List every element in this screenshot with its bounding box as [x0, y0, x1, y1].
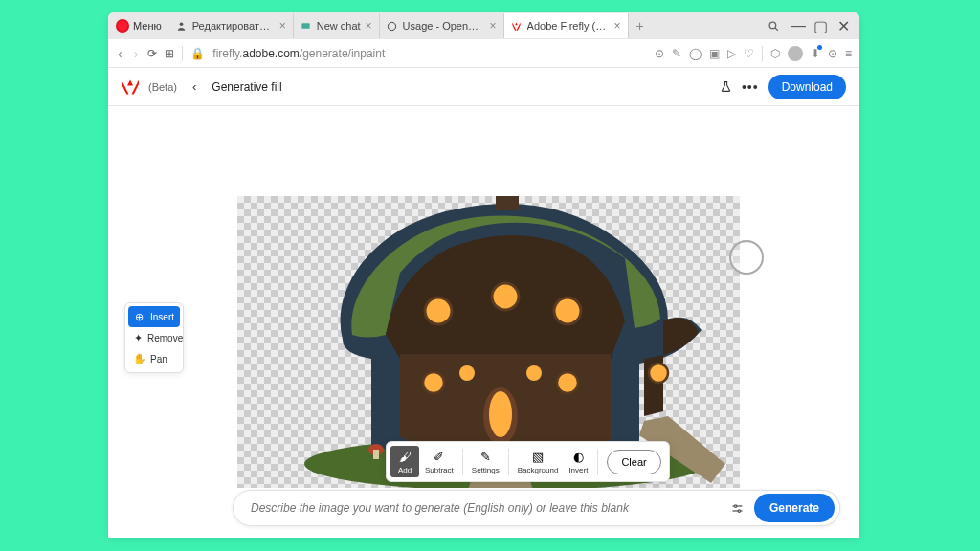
- search-icon[interactable]: [768, 20, 781, 33]
- canvas-area: ⊕ Insert ✦ Remove ✋ Pan 🖌Add ✐Subtract ✎…: [108, 106, 859, 538]
- tool-label: Pan: [150, 354, 167, 364]
- menu-label: Меню: [133, 20, 162, 32]
- close-window-button[interactable]: ✕: [836, 17, 850, 35]
- invert-icon: ◐: [570, 449, 586, 464]
- zoom-icon[interactable]: ⊙: [655, 47, 664, 60]
- chat-icon: [301, 20, 312, 32]
- prompt-bar: Generate: [233, 490, 840, 526]
- brush-invert[interactable]: ◐Invert: [564, 446, 592, 477]
- adobe-icon: [511, 20, 523, 32]
- svg-point-2: [388, 22, 395, 30]
- tab-label: Adobe Firefly (Beta): [527, 20, 610, 32]
- insert-icon: ⊕: [134, 311, 145, 322]
- svg-point-39: [738, 509, 741, 512]
- pan-icon: ✋: [134, 353, 145, 364]
- close-icon[interactable]: ×: [279, 20, 286, 32]
- brush-add-icon: 🖌: [397, 449, 412, 464]
- opera-menu-button[interactable]: Меню: [108, 12, 169, 39]
- svg-rect-26: [373, 450, 379, 459]
- prompt-input[interactable]: [251, 501, 721, 515]
- sliders-icon[interactable]: [730, 501, 745, 516]
- nav-back-button[interactable]: ‹: [116, 46, 124, 61]
- more-menu-icon[interactable]: •••: [742, 79, 759, 95]
- close-icon[interactable]: ×: [614, 20, 621, 32]
- brush-background[interactable]: ▧Background: [514, 446, 563, 477]
- generate-button[interactable]: Generate: [754, 494, 835, 522]
- tool-insert[interactable]: ⊕ Insert: [128, 306, 180, 327]
- sidebar-icon[interactable]: ≡: [845, 47, 852, 60]
- address-bar: ‹ › ⟳ ⊞ 🔒 firefly.adobe.com/generate/inp…: [108, 39, 859, 68]
- brush-add[interactable]: 🖌Add: [390, 446, 419, 477]
- tool-remove[interactable]: ✦ Remove: [128, 327, 180, 348]
- tool-panel: ⊕ Insert ✦ Remove ✋ Pan: [124, 302, 184, 373]
- apps-icon[interactable]: ⊞: [165, 47, 174, 60]
- tab-label: Редактировать запись "M: [192, 20, 275, 32]
- downloads-icon[interactable]: ⬇: [811, 47, 820, 60]
- remove-icon: ✦: [134, 332, 143, 343]
- svg-point-19: [526, 365, 542, 381]
- window-controls: — ▢ ✕: [758, 17, 859, 35]
- openai-icon: [387, 20, 398, 32]
- heart-icon[interactable]: ♡: [744, 47, 754, 60]
- svg-point-7: [489, 391, 512, 437]
- play-icon[interactable]: ▷: [727, 47, 736, 60]
- clear-button[interactable]: Clear: [607, 450, 660, 474]
- svg-rect-1: [302, 23, 310, 29]
- camera-icon[interactable]: ◯: [689, 47, 702, 60]
- nav-forward-button[interactable]: ›: [132, 46, 141, 61]
- brush-cursor-icon: [729, 240, 764, 275]
- brush-toolbar: 🖌Add ✐Subtract ✎Settings ▧Background ◐In…: [386, 441, 670, 482]
- maximize-button[interactable]: ▢: [813, 17, 827, 35]
- tab-label: Usage - OpenAI API: [403, 20, 485, 32]
- tab-adobe-firefly[interactable]: Adobe Firefly (Beta) ×: [504, 13, 629, 38]
- svg-point-3: [769, 22, 776, 29]
- person-icon: [176, 20, 188, 32]
- profile-avatar[interactable]: [788, 46, 803, 61]
- new-tab-button[interactable]: +: [629, 18, 652, 33]
- lock-icon[interactable]: 🔒: [190, 47, 205, 60]
- tab-new-chat[interactable]: New chat ×: [294, 13, 380, 38]
- tab-label: New chat: [317, 20, 361, 32]
- beta-label: (Beta): [148, 81, 177, 93]
- tool-pan[interactable]: ✋ Pan: [128, 348, 180, 369]
- brush-subtract[interactable]: ✐Subtract: [421, 446, 457, 477]
- svg-point-0: [180, 22, 184, 26]
- screenshot-icon[interactable]: ▣: [709, 47, 720, 60]
- tool-label: Insert: [150, 312, 174, 322]
- settings-brush-icon: ✎: [478, 449, 493, 464]
- browser-window: Меню Редактировать запись "M × New chat …: [108, 12, 859, 538]
- url-text[interactable]: firefly.adobe.com/generate/inpaint: [212, 47, 647, 60]
- opera-icon: [116, 19, 129, 33]
- edit-icon[interactable]: ✎: [672, 47, 681, 60]
- tab-usage-openai[interactable]: Usage - OpenAI API ×: [380, 13, 504, 38]
- reload-button[interactable]: ⟳: [147, 47, 157, 60]
- tool-label: Remove: [147, 333, 183, 343]
- titlebar: Меню Редактировать запись "M × New chat …: [108, 12, 859, 39]
- svg-point-18: [459, 365, 475, 381]
- svg-point-37: [734, 504, 737, 507]
- close-icon[interactable]: ×: [366, 20, 372, 32]
- brush-settings[interactable]: ✎Settings: [468, 446, 503, 477]
- toggle-icon[interactable]: ⊙: [828, 47, 837, 60]
- background-icon: ▧: [530, 449, 546, 464]
- brush-subtract-icon: ✐: [432, 449, 447, 464]
- minimize-button[interactable]: —: [791, 17, 804, 34]
- tab-edit-post[interactable]: Редактировать запись "M ×: [169, 13, 294, 38]
- adobe-logo-icon: [122, 79, 139, 95]
- cube-icon[interactable]: ⬡: [770, 47, 780, 60]
- svg-rect-35: [496, 196, 519, 210]
- close-icon[interactable]: ×: [490, 20, 497, 32]
- flask-icon[interactable]: [720, 79, 732, 94]
- page-title: Generative fill: [212, 80, 281, 94]
- svg-line-4: [775, 28, 778, 31]
- app-header: (Beta) ‹ Generative fill ••• Download: [108, 68, 859, 106]
- download-button[interactable]: Download: [768, 75, 846, 99]
- back-chevron-icon[interactable]: ‹: [187, 79, 202, 94]
